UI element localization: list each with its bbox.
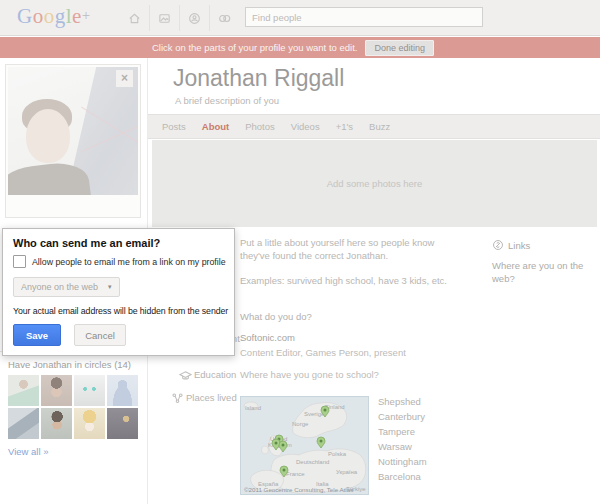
circles-icon: [218, 12, 231, 25]
tab-plus-ones[interactable]: +1's: [336, 121, 353, 132]
map-label: France: [286, 471, 305, 477]
email-hidden-note: Your actual email address will be hidden…: [13, 306, 224, 316]
map-marker-dot: [283, 469, 286, 472]
edit-mode-banner: Click on the parts of your profile you w…: [0, 37, 600, 58]
dialog-buttons: Save Cancel: [13, 324, 224, 346]
map-marker-dot: [320, 440, 323, 443]
circle-avatar[interactable]: [107, 375, 138, 406]
education-prompt[interactable]: Where have you gone to school?: [240, 369, 379, 380]
audience-dropdown-value: Anyone on the web: [21, 282, 98, 292]
google-plus-logo[interactable]: Google+: [17, 4, 91, 29]
circle-avatar[interactable]: [8, 375, 39, 406]
tab-posts[interactable]: Posts: [162, 121, 186, 132]
map-label: Norge: [292, 421, 309, 427]
chevron-down-icon: ▾: [108, 283, 112, 291]
map-label: Deutschland: [296, 459, 329, 465]
profile-nav-button[interactable]: [179, 5, 209, 31]
tab-buzz[interactable]: Buzz: [369, 121, 390, 132]
search-input[interactable]: [245, 7, 483, 27]
map-marker-dot: [282, 444, 285, 447]
dialog-title: Who can send me an email?: [13, 237, 224, 249]
audience-dropdown[interactable]: Anyone on the web ▾: [13, 277, 120, 297]
employment-detail: Content Editor, Games Person, present: [240, 347, 406, 358]
education-row-icon: [179, 368, 192, 381]
cancel-button[interactable]: Cancel: [74, 324, 126, 346]
tab-photos[interactable]: Photos: [245, 121, 275, 132]
map-label: Україна: [336, 469, 358, 475]
education-label[interactable]: Education: [194, 369, 236, 380]
places-lived-list[interactable]: Shepshed Canterbury Tampere Warsaw Notti…: [378, 394, 427, 484]
place-item: Barcelona: [378, 469, 427, 484]
profile-tabs: Posts About Photos Videos +1's Buzz: [148, 114, 600, 139]
banner-message: Click on the parts of your profile you w…: [152, 42, 357, 53]
about-examples-prompt[interactable]: Examples: survived high school, have 3 k…: [240, 274, 460, 287]
logo-plus: +: [82, 7, 91, 23]
logo-letter: G: [17, 4, 33, 28]
profile-photo-card: × change photo: [5, 64, 141, 218]
map-marker-dot: [275, 442, 278, 445]
circle-avatar[interactable]: [74, 375, 105, 406]
map-copyright: ©2011 Geocentre Consulting, Tele Atlas: [244, 486, 353, 493]
email-settings-dialog: Who can send me an email? Allow people t…: [2, 228, 235, 356]
logo-letter: g: [55, 4, 66, 28]
top-header-bar: Google+: [0, 0, 600, 36]
links-icon: [492, 239, 504, 251]
profile-icon: [188, 12, 201, 25]
allow-email-checkbox[interactable]: [13, 255, 26, 268]
circles-avatar-grid: [8, 375, 140, 439]
done-editing-button[interactable]: Done editing: [365, 40, 434, 56]
header-nav: [120, 5, 239, 31]
places-row-icon: [171, 391, 184, 404]
links-section[interactable]: Links: [492, 239, 530, 251]
circles-heading: Have Jonathan in circles (14): [8, 359, 131, 370]
circles-nav-button[interactable]: [209, 5, 239, 31]
home-nav-button[interactable]: [120, 5, 149, 31]
allow-email-row: Allow people to email me from a link on …: [13, 255, 224, 268]
links-label: Links: [508, 240, 530, 251]
map-label: Island: [245, 405, 261, 411]
circle-avatar[interactable]: [107, 408, 138, 439]
tab-about[interactable]: About: [202, 121, 229, 132]
photos-icon: [158, 12, 171, 25]
circle-avatar[interactable]: [74, 408, 105, 439]
save-button[interactable]: Save: [13, 324, 61, 346]
places-icon: [171, 392, 184, 405]
place-item: Tampere: [378, 424, 427, 439]
place-item: Warsaw: [378, 439, 427, 454]
profile-name[interactable]: Jonathan Riggall: [173, 65, 344, 92]
map-label: Polska: [328, 451, 347, 457]
home-icon: [128, 12, 141, 25]
about-intro-prompt[interactable]: Put a little about yourself here so peop…: [240, 236, 440, 262]
tab-videos[interactable]: Videos: [291, 121, 320, 132]
profile-photo[interactable]: ×: [8, 67, 138, 195]
circle-avatar[interactable]: [8, 408, 39, 439]
places-label[interactable]: Places lived: [186, 392, 237, 403]
profile-tagline[interactable]: A brief description of you: [175, 95, 279, 106]
add-photos-label: Add some photos here: [327, 178, 423, 189]
allow-email-label[interactable]: Allow people to email me from a link on …: [32, 257, 226, 267]
occupation-prompt[interactable]: What do you do?: [240, 310, 312, 323]
photos-nav-button[interactable]: [149, 5, 179, 31]
logo-letter: e: [72, 4, 82, 28]
place-item: Canterbury: [378, 409, 427, 424]
close-icon[interactable]: ×: [116, 70, 133, 87]
google-plus-profile-edit-page: Google+ Click on the parts of your profi…: [0, 0, 600, 504]
links-question[interactable]: Where are you on the web?: [492, 259, 592, 285]
employment-company[interactable]: Softonic.com: [240, 332, 295, 343]
places-map[interactable]: Island Finland Sverige Norge United King…: [240, 396, 369, 495]
circle-avatar[interactable]: [41, 375, 72, 406]
logo-letter: o: [44, 4, 55, 28]
logo-letter: o: [33, 4, 44, 28]
map-marker-dot: [324, 409, 327, 412]
view-all-bottom-link[interactable]: View all »: [8, 446, 49, 457]
circle-avatar[interactable]: [41, 408, 72, 439]
add-photos-placeholder[interactable]: Add some photos here: [152, 140, 597, 227]
place-item: Shepshed: [378, 394, 427, 409]
graduation-cap-icon: [179, 369, 192, 382]
place-item: Nottingham: [378, 454, 427, 469]
